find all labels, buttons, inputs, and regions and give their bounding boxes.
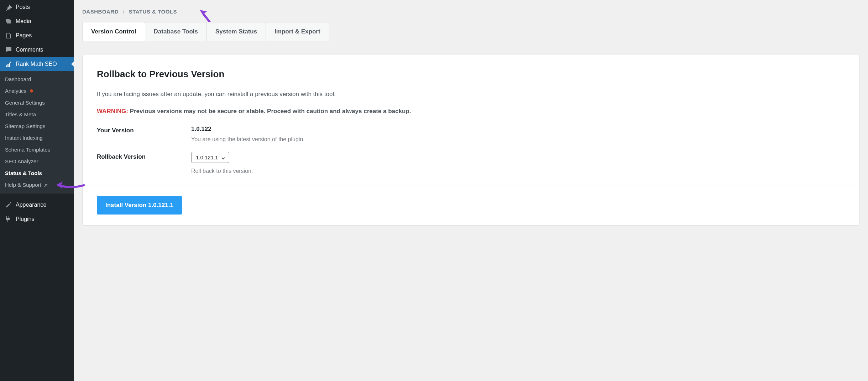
sidebar-item-media[interactable]: Media — [0, 14, 74, 28]
breadcrumb: DASHBOARD / STATUS & TOOLS — [74, 0, 868, 22]
main-content: DASHBOARD / STATUS & TOOLS Version Contr… — [74, 0, 868, 381]
tab-version-control[interactable]: Version Control — [82, 22, 145, 41]
warning-text: Previous versions may not be secure or s… — [130, 108, 411, 115]
tab-label: Database Tools — [154, 28, 198, 35]
external-link-icon — [43, 183, 48, 187]
tab-import-export[interactable]: Import & Export — [266, 22, 329, 41]
sidebar-label: Plugins — [16, 216, 69, 222]
pin-icon — [5, 4, 12, 11]
breadcrumb-current: STATUS & TOOLS — [129, 9, 177, 15]
rollback-version-row: Rollback Version 1.0.121.1 Roll back to … — [97, 152, 845, 174]
notification-dot-icon — [30, 89, 33, 92]
warning-label: WARNING: — [97, 108, 128, 115]
submenu-dashboard[interactable]: Dashboard — [0, 73, 74, 85]
page-icon — [5, 32, 12, 39]
card-footer: Install Version 1.0.121.1 — [83, 185, 859, 225]
submenu-label: Schema Templates — [5, 147, 50, 153]
submenu-label: Help & Support — [5, 182, 41, 188]
tab-label: System Status — [215, 28, 257, 35]
submenu-label: SEO Analyzer — [5, 158, 38, 164]
sidebar-item-plugins[interactable]: Plugins — [0, 212, 74, 226]
chevron-down-icon — [221, 155, 225, 160]
rollback-intro: If you are facing issues after an update… — [97, 90, 845, 99]
rollback-heading: Rollback to Previous Version — [97, 69, 845, 80]
comment-icon — [5, 46, 12, 53]
your-version-desc: You are using the latest version of the … — [191, 136, 305, 143]
rollback-warning: WARNING: Previous versions may not be se… — [97, 107, 845, 116]
rollback-card: Rollback to Previous Version If you are … — [82, 55, 859, 226]
rollback-version-desc: Roll back to this version. — [191, 168, 253, 174]
sidebar-label: Pages — [16, 32, 69, 39]
install-version-button[interactable]: Install Version 1.0.121.1 — [97, 196, 182, 215]
rankmath-icon — [5, 60, 12, 68]
submenu-label: General Settings — [5, 100, 45, 106]
select-value: 1.0.121.1 — [196, 154, 218, 160]
plugin-icon — [5, 216, 12, 223]
rollback-version-select[interactable]: 1.0.121.1 — [191, 152, 229, 163]
sidebar-label: Rank Math SEO — [16, 61, 69, 67]
tabs-bar: Version Control Database Tools System St… — [74, 22, 868, 41]
your-version-value: 1.0.122 — [191, 126, 305, 133]
submenu-label: Status & Tools — [5, 170, 42, 176]
submenu-label: Analytics — [5, 88, 26, 94]
admin-sidebar: Posts Media Pages Comments Rank Math SEO… — [0, 0, 74, 381]
submenu-titles-meta[interactable]: Titles & Meta — [0, 109, 74, 120]
sidebar-item-rankmath[interactable]: Rank Math SEO — [0, 57, 74, 71]
sidebar-label: Posts — [16, 4, 69, 10]
submenu-analytics[interactable]: Analytics — [0, 85, 74, 97]
submenu-general-settings[interactable]: General Settings — [0, 97, 74, 109]
tab-database-tools[interactable]: Database Tools — [145, 22, 207, 41]
breadcrumb-root[interactable]: DASHBOARD — [82, 9, 119, 15]
sidebar-label: Media — [16, 18, 69, 25]
rollback-version-label: Rollback Version — [97, 152, 191, 160]
submenu-status-tools[interactable]: Status & Tools — [0, 167, 74, 179]
submenu-instant-indexing[interactable]: Instant Indexing — [0, 132, 74, 144]
submenu-label: Titles & Meta — [5, 111, 36, 117]
your-version-label: Your Version — [97, 126, 191, 134]
breadcrumb-separator: / — [123, 9, 125, 15]
media-icon — [5, 18, 12, 25]
tab-label: Import & Export — [274, 28, 320, 35]
sidebar-label: Comments — [16, 47, 69, 53]
sidebar-item-posts[interactable]: Posts — [0, 0, 74, 14]
submenu-label: Dashboard — [5, 76, 31, 82]
submenu-schema-templates[interactable]: Schema Templates — [0, 144, 74, 155]
submenu-label: Sitemap Settings — [5, 123, 45, 129]
sidebar-label: Appearance — [16, 202, 69, 208]
appearance-icon — [5, 201, 12, 208]
sidebar-item-appearance[interactable]: Appearance — [0, 198, 74, 212]
submenu-label: Instant Indexing — [5, 135, 43, 141]
tab-label: Version Control — [91, 28, 136, 35]
rankmath-submenu: Dashboard Analytics General Settings Tit… — [0, 71, 74, 194]
sidebar-item-comments[interactable]: Comments — [0, 43, 74, 57]
submenu-help-support[interactable]: Help & Support — [0, 179, 74, 191]
submenu-seo-analyzer[interactable]: SEO Analyzer — [0, 155, 74, 167]
tab-system-status[interactable]: System Status — [206, 22, 266, 41]
submenu-sitemap-settings[interactable]: Sitemap Settings — [0, 120, 74, 132]
your-version-row: Your Version 1.0.122 You are using the l… — [97, 126, 845, 143]
sidebar-item-pages[interactable]: Pages — [0, 28, 74, 43]
